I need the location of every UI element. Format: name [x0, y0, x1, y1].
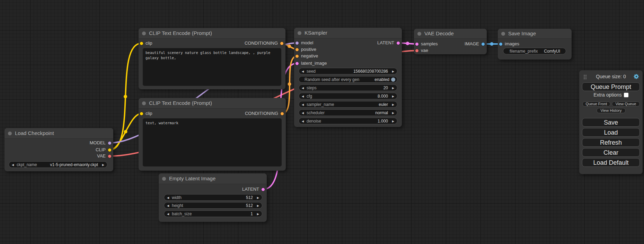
scheduler-widget[interactable]: ◀ scheduler normal ▶ [299, 109, 397, 116]
collapse-dot-icon[interactable] [162, 177, 166, 181]
port-row: negative [294, 53, 402, 59]
node-clip-text-encode-negative[interactable]: CLIP Text Encode (Prompt) clip CONDITION… [139, 98, 286, 171]
port-row: LATENT [159, 186, 267, 192]
decrement-arrow-icon[interactable]: ◀ [302, 101, 304, 108]
collapse-dot-icon[interactable] [298, 31, 301, 35]
latent-output-port[interactable] [396, 41, 400, 45]
increment-arrow-icon[interactable]: ▶ [392, 68, 394, 75]
denoise-widget[interactable]: ◀ denoise 1.000 ▶ [299, 118, 397, 124]
settings-gear-icon[interactable] [633, 73, 639, 80]
filename-prefix-widget[interactable]: filename_prefix ComfyUI [503, 48, 566, 54]
node-empty-latent-image[interactable]: Empty Latent Image LATENT ◀ width 512 ▶ … [159, 173, 267, 222]
node-title: CLIP Text Encode (Prompt) [149, 100, 212, 106]
width-widget[interactable]: ◀ width 512 ▶ [164, 194, 262, 201]
link-midpoint-dot [406, 42, 409, 45]
node-title-bar[interactable]: Save Image [498, 29, 572, 39]
node-title-bar[interactable]: KSampler [294, 28, 402, 38]
decrement-arrow-icon[interactable]: ◀ [12, 162, 14, 168]
images-input-port[interactable] [499, 42, 503, 46]
cfg-widget[interactable]: ◀ cfg 8.000 ▶ [299, 93, 397, 99]
random-seed-toggle-widget[interactable]: Random seed after every gen enabled [299, 76, 397, 83]
decrement-arrow-icon[interactable]: ◀ [302, 93, 304, 100]
node-title-bar[interactable]: VAE Decode [414, 29, 487, 39]
node-graph-canvas[interactable]: Load Checkpoint MODEL CLIP VAE ◀ ckpt_na… [0, 0, 644, 244]
queue-panel-header: Queue size: 0 [579, 73, 643, 80]
node-title-bar[interactable]: CLIP Text Encode (Prompt) [139, 28, 285, 39]
positive-prompt-textarea[interactable]: beautiful scenery nature glass bottle la… [143, 48, 281, 86]
decrement-arrow-icon[interactable]: ◀ [167, 211, 169, 217]
input-label: clip [145, 40, 152, 46]
vae-input-port[interactable] [415, 49, 419, 53]
extra-options-checkbox[interactable] [624, 93, 628, 97]
clip-input-port[interactable] [140, 42, 143, 45]
queue-prompt-button[interactable]: Queue Prompt [582, 82, 640, 91]
increment-arrow-icon[interactable]: ▶ [257, 211, 259, 217]
conditioning-output-port[interactable] [280, 42, 284, 45]
collapse-dot-icon[interactable] [417, 32, 421, 36]
decrement-arrow-icon[interactable]: ◀ [302, 118, 304, 125]
save-button[interactable]: Save [582, 118, 640, 127]
decrement-arrow-icon[interactable]: ◀ [302, 110, 304, 116]
increment-arrow-icon[interactable]: ▶ [102, 162, 104, 168]
extra-options-row: Extra options [579, 92, 643, 98]
load-default-button[interactable]: Load Default [582, 158, 640, 167]
decrement-arrow-icon[interactable]: ◀ [167, 195, 169, 201]
image-output-port[interactable] [481, 42, 485, 46]
view-queue-button[interactable]: View Queue [612, 101, 640, 107]
node-title-bar[interactable]: CLIP Text Encode (Prompt) [139, 98, 286, 109]
node-save-image[interactable]: Save Image images filename_prefix ComfyU… [498, 29, 572, 60]
queue-front-button[interactable]: Queue Front [582, 101, 610, 107]
batch-size-widget[interactable]: ◀ batch_size 1 ▶ [164, 210, 262, 217]
output-label: MODEL [90, 140, 106, 146]
collapse-dot-icon[interactable] [501, 32, 505, 36]
positive-input-port[interactable] [295, 48, 299, 52]
port-row: vae [414, 47, 487, 54]
clear-button[interactable]: Clear [582, 148, 640, 157]
widget-value: 20 [383, 85, 388, 91]
collapse-dot-icon[interactable] [142, 101, 146, 105]
node-ksampler[interactable]: KSampler model LATENT positive negative … [294, 28, 402, 127]
node-clip-text-encode-positive[interactable]: CLIP Text Encode (Prompt) clip CONDITION… [139, 28, 285, 89]
steps-widget[interactable]: ◀ steps 20 ▶ [299, 84, 397, 91]
increment-arrow-icon[interactable]: ▶ [392, 118, 394, 125]
node-vae-decode[interactable]: VAE Decode samples IMAGE vae [414, 29, 487, 54]
widget-label: seed [307, 68, 316, 75]
increment-arrow-icon[interactable]: ▶ [257, 195, 259, 201]
latent-output-port[interactable] [261, 188, 265, 191]
increment-arrow-icon[interactable]: ▶ [257, 202, 259, 209]
collapse-dot-icon[interactable] [142, 31, 146, 35]
node-load-checkpoint[interactable]: Load Checkpoint MODEL CLIP VAE ◀ ckpt_na… [5, 128, 113, 171]
negative-prompt-textarea[interactable]: text, watermark [143, 118, 282, 166]
view-history-button[interactable]: View History [597, 108, 626, 113]
increment-arrow-icon[interactable]: ▶ [392, 85, 394, 91]
collapse-dot-icon[interactable] [8, 132, 12, 135]
model-input-port[interactable] [295, 41, 299, 45]
queue-panel[interactable]: Queue size: 0 Queue Prompt Extra options… [579, 70, 643, 174]
increment-arrow-icon[interactable]: ▶ [392, 101, 394, 108]
clip-output-port[interactable] [108, 148, 112, 152]
clip-input-port[interactable] [140, 112, 143, 116]
latent-image-input-port[interactable] [295, 62, 299, 65]
load-button[interactable]: Load [582, 128, 640, 137]
sampler-name-widget[interactable]: ◀ sampler_name euler ▶ [299, 101, 397, 108]
toggle-knob-icon[interactable] [391, 78, 395, 82]
height-widget[interactable]: ◀ height 512 ▶ [164, 202, 262, 209]
increment-arrow-icon[interactable]: ▶ [392, 93, 394, 100]
node-title: CLIP Text Encode (Prompt) [149, 30, 212, 36]
vae-output-port[interactable] [108, 154, 112, 158]
samples-input-port[interactable] [415, 42, 419, 46]
refresh-button[interactable]: Refresh [582, 138, 640, 147]
decrement-arrow-icon[interactable]: ◀ [302, 85, 304, 91]
increment-arrow-icon[interactable]: ▶ [392, 110, 394, 116]
output-label: LATENT [377, 40, 394, 46]
node-title-bar[interactable]: Empty Latent Image [159, 173, 267, 184]
decrement-arrow-icon[interactable]: ◀ [167, 202, 169, 209]
seed-widget[interactable]: ◀ seed 156680208700286 ▶ [299, 68, 397, 74]
widget-label: batch_size [172, 211, 192, 217]
negative-input-port[interactable] [295, 54, 299, 58]
model-output-port[interactable] [108, 141, 112, 145]
conditioning-output-port[interactable] [280, 112, 284, 116]
node-title-bar[interactable]: Load Checkpoint [5, 128, 113, 139]
decrement-arrow-icon[interactable]: ◀ [302, 68, 304, 75]
ckpt-name-widget[interactable]: ◀ ckpt_name v1-5-pruned-emaonly.ckpt ▶ [9, 161, 107, 168]
